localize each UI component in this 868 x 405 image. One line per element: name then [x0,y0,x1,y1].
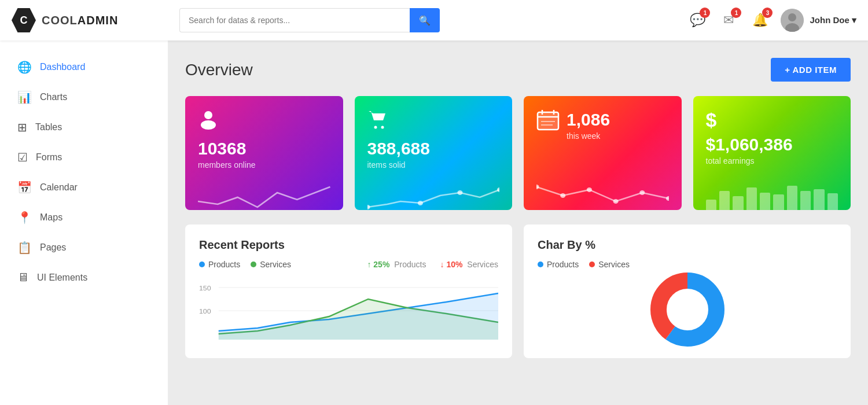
search-icon: 🔍 [419,15,431,26]
reports-chart-svg: 150 100 [199,282,498,340]
svg-point-19 [587,187,592,192]
chart-legend-services: Services [589,260,630,269]
bar-mini [814,189,824,210]
sidebar-item-label: Calendar [40,182,78,193]
services-dot [251,262,256,267]
user-name: John Doe ▾ [810,15,856,25]
logo-admin: ADMIN [78,14,119,27]
sidebar-item-pages[interactable]: 📋 Pages [0,233,168,263]
emails-button[interactable]: ✉ 1 [718,10,739,31]
sidebar-item-label: Maps [40,212,62,223]
sidebar-item-label: UI Elements [37,273,87,283]
recent-reports-panel: Recent Reports Products Services [185,224,512,358]
sidebar-item-label: Tables [35,122,62,132]
header: C COOLADMIN 🔍 💬 1 ✉ 1 🔔 3 [0,0,868,41]
cart-icon [367,109,500,134]
legend-services: Services [251,260,291,269]
svg-point-9 [457,190,462,195]
earnings-chart [706,171,838,210]
sidebar-item-label: Forms [36,152,62,163]
user-menu[interactable]: John Doe ▾ [781,9,856,32]
sidebar-item-charts[interactable]: 📊 Charts [0,82,168,112]
dollar-icon: $ [706,109,838,131]
svg-point-7 [367,205,370,209]
notifications-badge: 3 [762,8,773,18]
chart-by-percent-panel: Char By % Products Services [524,224,851,358]
recent-reports-title: Recent Reports [199,238,498,252]
sidebar-item-tables[interactable]: ⊞ Tables [0,112,168,142]
bar-mini [800,191,811,210]
chart-services-label: Services [598,260,630,269]
bar-mini [719,191,730,210]
stat-card-earnings: $ $1,060,386 total earnings [693,96,851,210]
stat-card-members: 10368 members online [185,96,343,210]
panel-stats: ↑ 25% Products ↓ 10% Services [367,260,498,269]
messages-button[interactable]: 💬 1 [687,10,708,31]
items-chart [367,175,500,210]
ui-elements-icon: 🖥 [17,271,29,284]
products-stat: ↑ 25% Products [367,260,426,269]
svg-point-4 [201,120,216,130]
calendar-sub: this week [567,131,610,141]
stat-card-items: 388,688 items solid [355,96,513,210]
sidebar: 🌐 Dashboard 📊 Charts ⊞ Tables ☑ Forms 📅 … [0,41,168,405]
products-up-arrow: ↑ 25% [367,260,389,269]
bar-mini [773,194,784,210]
members-icon [198,109,330,134]
donut-container [538,275,837,344]
bar-mini [706,200,716,210]
maps-icon: 📍 [17,211,32,224]
search-area: 🔍 [179,8,440,32]
logo-text: COOLADMIN [42,14,118,27]
stat-card-calendar: 1,086 this week [524,96,682,210]
bar-mini [733,196,743,210]
calendar-icon: 📅 [17,181,32,194]
chart-products-label: Products [547,260,579,269]
logo-letter: C [20,14,28,27]
members-number: 10368 [198,139,330,158]
chart-legend: Products Services [538,260,837,269]
svg-text:150: 150 [199,285,211,292]
bar-mini [787,186,797,210]
services-label: Services [260,260,291,269]
svg-point-5 [374,126,377,129]
header-right: 💬 1 ✉ 1 🔔 3 John Doe ▾ [687,9,856,32]
products-label: Products [208,260,240,269]
sidebar-item-label: Charts [40,92,67,102]
svg-point-22 [666,196,669,201]
products-dot [199,262,205,267]
stat-cards: 10368 members online 388,688 [185,96,851,210]
items-number: 388,688 [367,139,500,158]
emails-badge: 1 [731,8,741,18]
members-chart [198,175,330,210]
earnings-bar-chart [706,175,838,210]
search-input[interactable] [179,8,410,32]
sidebar-item-dashboard[interactable]: 🌐 Dashboard [0,52,168,82]
sidebar-item-ui-elements[interactable]: 🖥 UI Elements [0,263,168,292]
svg-point-20 [613,199,619,204]
calendar-stat-icon [536,109,560,137]
tables-icon: ⊞ [17,120,27,134]
sidebar-item-label: Dashboard [40,62,85,72]
svg-point-8 [417,201,422,205]
logo-cool: COOL [42,14,78,27]
svg-point-17 [536,185,539,189]
sidebar-item-calendar[interactable]: 📅 Calendar [0,172,168,203]
bar-mini [827,193,838,210]
sidebar-item-maps[interactable]: 📍 Maps [0,203,168,233]
items-sub: items solid [367,160,500,170]
legend-products: Products [199,260,240,269]
charts-icon: 📊 [17,90,32,104]
search-button[interactable]: 🔍 [410,8,440,32]
logo-hex: C [12,8,36,32]
overview-title: Overview [185,61,253,79]
reports-chart-container: 150 100 [199,282,498,340]
reports-legend: Products Services [199,260,291,269]
add-item-button[interactable]: + ADD ITEM [771,58,851,82]
svg-text:100: 100 [199,308,211,315]
notifications-button[interactable]: 🔔 3 [749,10,770,31]
sidebar-item-forms[interactable]: ☑ Forms [0,142,168,172]
svg-point-29 [667,289,708,330]
overview-header: Overview + ADD ITEM [185,58,851,82]
svg-point-3 [204,111,212,119]
